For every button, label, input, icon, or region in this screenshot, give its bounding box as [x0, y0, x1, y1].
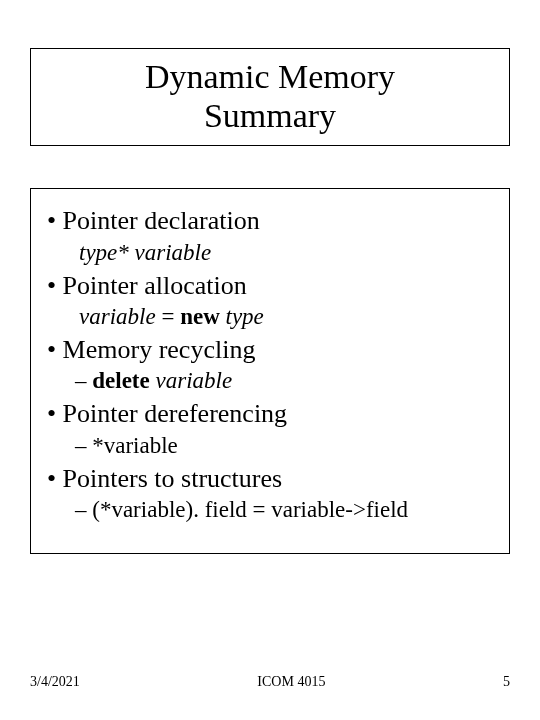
- footer: 3/4/2021 ICOM 4015 5: [30, 674, 510, 690]
- bullet-pointer-dereferencing: Pointer dereferencing: [65, 398, 491, 431]
- slide-title: Dynamic Memory Summary: [31, 57, 509, 135]
- bullet-pointer-declaration: Pointer declaration: [65, 205, 491, 238]
- footer-date: 3/4/2021: [30, 674, 80, 690]
- dash-prefix: –: [75, 368, 92, 393]
- title-box: Dynamic Memory Summary: [30, 48, 510, 146]
- title-line-1: Dynamic Memory: [145, 58, 395, 95]
- bullet-pointers-to-structures: Pointers to structures: [65, 463, 491, 496]
- text-variable: variable: [79, 304, 156, 329]
- bullet-memory-recycling: Memory recycling: [65, 334, 491, 367]
- sub-pointer-dereferencing: – *variable: [91, 431, 491, 461]
- text-delete: delete: [92, 368, 149, 393]
- footer-page-number: 5: [503, 674, 510, 690]
- content-box: Pointer declaration type* variable Point…: [30, 188, 510, 554]
- bullet-pointer-allocation: Pointer allocation: [65, 270, 491, 303]
- footer-course: ICOM 4015: [80, 674, 503, 690]
- sub-pointer-declaration: type* variable: [79, 238, 491, 268]
- sub-memory-recycling: – delete variable: [91, 366, 491, 396]
- text-type: type: [226, 304, 264, 329]
- sub-pointer-allocation: variable = new type: [79, 302, 491, 332]
- title-line-2: Summary: [204, 97, 336, 134]
- sub-pointers-to-structures: – (*variable). field = variable->field: [91, 495, 491, 525]
- text-equals: =: [156, 304, 180, 329]
- text-variable-2: variable: [155, 368, 232, 393]
- text-new: new: [180, 304, 220, 329]
